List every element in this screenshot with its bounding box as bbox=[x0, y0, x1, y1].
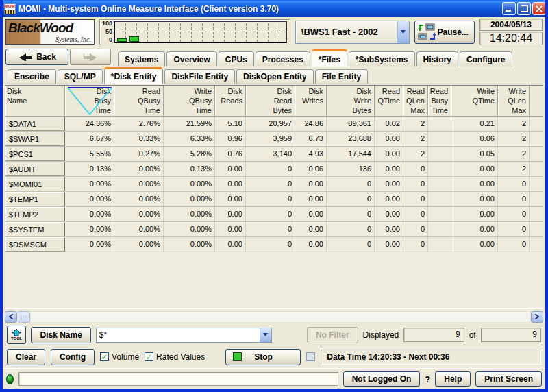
column-header-read-busy-time[interactable]: ReadBusyTime bbox=[428, 86, 451, 116]
value-cell: 0 bbox=[498, 222, 530, 236]
table-row[interactable]: $SYSTEM0.00%0.00%0.00%0.0000.0000.0000.0… bbox=[5, 222, 543, 237]
value-cell: 5.10 bbox=[215, 117, 246, 131]
filter-combobox[interactable]: $* bbox=[96, 328, 272, 343]
tab-processes[interactable]: Processes bbox=[256, 51, 310, 66]
scroll-right-button[interactable] bbox=[531, 311, 543, 323]
chart-y-label: 100 bbox=[101, 21, 112, 27]
chevron-down-icon[interactable] bbox=[260, 328, 271, 342]
column-header-read-qtime[interactable]: ReadQTime bbox=[375, 86, 403, 116]
column-header-disk-write-bytes[interactable]: DiskWriteBytes bbox=[327, 86, 375, 116]
table-row[interactable]: $MOMI010.00%0.00%0.00%0.0000.0000.0000.0… bbox=[5, 177, 543, 192]
momi-app-icon: MOMI bbox=[4, 3, 16, 14]
table-row[interactable]: $AUDIT0.13%0.00%0.13%0.0000.061360.0000.… bbox=[5, 162, 543, 177]
tab-history[interactable]: History bbox=[416, 51, 458, 66]
running-indicator-icon bbox=[233, 352, 242, 361]
disk-name-cell: $PCS1 bbox=[5, 147, 65, 161]
value-cell: 0.00 bbox=[451, 177, 498, 191]
subtab-sqlmp[interactable]: SQL/MP bbox=[58, 69, 103, 84]
value-cell: 0 bbox=[327, 222, 375, 236]
tab-cpus[interactable]: CPUs bbox=[219, 51, 254, 66]
print-screen-button[interactable]: Print Screen bbox=[475, 371, 542, 387]
table-row[interactable]: $TEMP20.00%0.00%0.00%0.0000.0000.0000.00… bbox=[5, 207, 543, 222]
not-logged-on-button[interactable]: Not Logged On bbox=[343, 371, 421, 387]
value-cell bbox=[428, 117, 451, 131]
column-header-disk-read-bytes[interactable]: DiskReadBytes bbox=[246, 86, 295, 116]
value-cell: 20,957 bbox=[246, 117, 295, 131]
unlabeled-checkbox[interactable] bbox=[306, 352, 315, 361]
tab-configure[interactable]: Configure bbox=[460, 51, 512, 66]
table-row[interactable]: $DATA124.36%2.76%21.59%5.1020,95724.8689… bbox=[5, 117, 543, 132]
value-cell: 0.00 bbox=[375, 132, 403, 146]
tab-systems[interactable]: Systems bbox=[118, 51, 165, 66]
value-cell: 0 bbox=[403, 222, 428, 236]
column-header-disk-name[interactable]: DiskName bbox=[5, 86, 65, 116]
column-header-disk-busy-time[interactable]: DiskBusyTime bbox=[65, 86, 114, 116]
close-button[interactable] bbox=[532, 2, 546, 15]
subtab-diskopen-entity[interactable]: DiskOpen Entity bbox=[236, 69, 314, 84]
table-row[interactable]: $SWAP16.67%0.33%6.33%0.963,9596.7323,688… bbox=[5, 132, 543, 147]
tab-subsystems[interactable]: *SubSystems bbox=[349, 51, 415, 66]
config-button[interactable]: Config bbox=[51, 349, 95, 365]
value-cell: 0.00% bbox=[114, 237, 164, 252]
value-cell: 0.00% bbox=[65, 192, 114, 206]
chart-plot-area bbox=[114, 21, 287, 43]
value-cell: 0.00 bbox=[451, 207, 498, 221]
column-header-write-qbusy-time[interactable]: WriteQBusyTime bbox=[164, 86, 215, 116]
value-cell: 6.73 bbox=[295, 132, 327, 146]
table-row[interactable]: $DSMSCM0.00%0.00%0.00%0.0000.0000.0000.0… bbox=[5, 237, 543, 252]
control-bar: Clear Config ✓ Volume ✓ Rated Values Sto… bbox=[3, 347, 545, 368]
chevron-down-icon[interactable] bbox=[397, 21, 409, 43]
stop-button[interactable]: Stop bbox=[225, 349, 301, 365]
value-cell: 0.00% bbox=[164, 222, 215, 236]
rated-values-checkbox[interactable]: ✓ Rated Values bbox=[145, 352, 205, 362]
value-cell: 0.00 bbox=[215, 192, 246, 206]
scrollbar-thumb[interactable]: ||| bbox=[18, 311, 30, 323]
clear-button[interactable]: Clear bbox=[7, 349, 45, 365]
table-row[interactable]: $PCS15.55%0.27%5.28%0.763,1404.9317,5440… bbox=[5, 147, 543, 162]
subtab-enscribe[interactable]: Enscribe bbox=[8, 69, 56, 84]
value-cell: 0 bbox=[403, 162, 428, 176]
table-row[interactable]: $TEMP10.00%0.00%0.00%0.0000.0000.0000.00… bbox=[5, 192, 543, 207]
disk-name-cell: $MOMI01 bbox=[5, 177, 65, 191]
subtab-file-entity[interactable]: File Entity bbox=[315, 69, 368, 84]
scroll-left-button[interactable] bbox=[5, 311, 17, 323]
value-cell: 0.27% bbox=[114, 147, 164, 161]
value-cell: 0.00% bbox=[164, 237, 215, 252]
back-button[interactable]: Back bbox=[5, 49, 68, 65]
subtab-diskfile-entity[interactable]: DiskFile Entity bbox=[164, 69, 235, 84]
value-cell: 0.00% bbox=[65, 237, 114, 252]
maximize-button[interactable] bbox=[517, 2, 531, 15]
tab-files[interactable]: *Files bbox=[312, 49, 347, 67]
tab-overview[interactable]: Overview bbox=[166, 51, 216, 66]
pause-button[interactable]: Pause... bbox=[414, 21, 475, 44]
column-header-disk-writes[interactable]: DiskWrites bbox=[295, 86, 327, 116]
chart-bar bbox=[117, 38, 127, 42]
chart-bar bbox=[129, 36, 139, 42]
subtab-disk-entity[interactable]: *Disk Entity bbox=[104, 67, 164, 84]
volume-checkbox[interactable]: ✓ Volume bbox=[100, 352, 139, 362]
system-selector[interactable]: \BWS1 Fast - 2002 bbox=[295, 21, 410, 44]
disk-entity-table: DiskNameDiskBusyTimeReadQBusyTimeWriteQB… bbox=[5, 85, 543, 309]
disk-name-button[interactable]: Disk Name bbox=[31, 327, 90, 343]
value-cell: 0 bbox=[246, 237, 295, 252]
horizontal-scrollbar: ||| bbox=[3, 309, 545, 324]
column-header-write-qtime[interactable]: WriteQTime bbox=[451, 86, 498, 116]
column-header-read-qbusy-time[interactable]: ReadQBusyTime bbox=[114, 86, 164, 116]
scrollbar-track[interactable] bbox=[31, 311, 530, 323]
column-header-disk-reads[interactable]: DiskReads bbox=[215, 86, 246, 116]
minimize-button[interactable] bbox=[502, 2, 516, 15]
sub-tab-bar: Enscribe SQL/MP *Disk Entity DiskFile En… bbox=[3, 66, 545, 84]
titlebar[interactable]: MOMI MOMI - Multi-system Online Measure … bbox=[0, 0, 548, 17]
value-cell: 0 bbox=[403, 177, 428, 191]
column-header-write-qlen-max[interactable]: WriteQLenMax bbox=[498, 86, 530, 116]
displayed-label: Displayed bbox=[363, 330, 399, 340]
help-button[interactable]: Help bbox=[435, 371, 471, 387]
value-cell: 0 bbox=[327, 192, 375, 206]
value-cell: 0.00 bbox=[375, 207, 403, 221]
value-cell: 0.00 bbox=[215, 237, 246, 252]
column-header-read-qlen-max[interactable]: ReadQLenMax bbox=[403, 86, 428, 116]
value-cell bbox=[428, 162, 451, 176]
value-cell: 0 bbox=[498, 207, 530, 221]
forward-button[interactable] bbox=[70, 49, 111, 65]
tool-button[interactable]: TOOL bbox=[7, 326, 26, 344]
